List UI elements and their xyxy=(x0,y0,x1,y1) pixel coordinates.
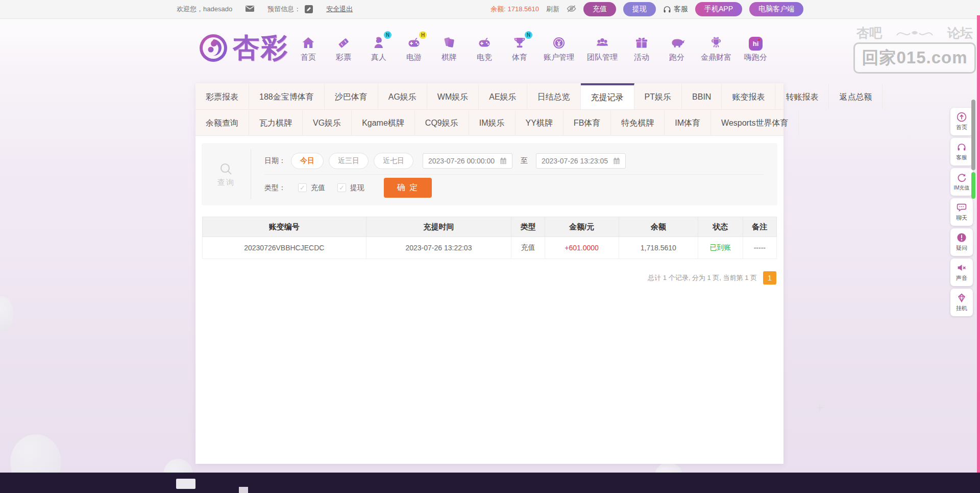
nav-item-jinding-wealth[interactable]: 金鼎财富 xyxy=(701,34,731,62)
nav-item-board-games[interactable]: 棋牌 xyxy=(438,34,460,62)
date-preset-3days[interactable]: 近三日 xyxy=(329,153,369,169)
cell-remark: ----- xyxy=(743,237,776,259)
sidebar-item-im-recharge[interactable]: IM充值 xyxy=(950,168,973,196)
type-deposit-option[interactable]: ✓ 充值 xyxy=(298,183,325,193)
nav-item-egames[interactable]: H 电游 xyxy=(403,34,425,62)
team-people-icon xyxy=(595,35,610,51)
main-content-card: 彩票报表 188金宝博体育 沙巴体育 AG娱乐 WM娱乐 AE娱乐 日结总览 充… xyxy=(195,83,783,464)
nav-label: 真人 xyxy=(371,53,386,62)
reserved-info-label: 预留信息： xyxy=(267,5,301,14)
deposit-checkbox[interactable]: ✓ xyxy=(298,183,307,192)
arrow-up-circle-icon xyxy=(957,112,967,122)
refresh-link[interactable]: 刷新 xyxy=(546,5,559,14)
tab-item[interactable]: 沙巴体育 xyxy=(325,83,378,109)
deposit-button[interactable]: 充值 xyxy=(583,2,616,16)
tab-item[interactable]: BBIN xyxy=(682,83,722,109)
page-button-1[interactable]: 1 xyxy=(763,271,776,285)
tab-item[interactable]: 余额查询 xyxy=(195,110,249,135)
tab-item[interactable]: 彩票报表 xyxy=(195,83,249,109)
nav-item-team[interactable]: 团队管理 xyxy=(587,34,618,62)
nav-label: 活动 xyxy=(634,53,649,62)
tab-item[interactable]: 188金宝博体育 xyxy=(249,83,325,109)
badge-n: N xyxy=(525,31,532,39)
nav-label: 嗨跑分 xyxy=(744,53,767,62)
nav-item-account[interactable]: 账户管理 xyxy=(544,34,574,62)
nav-item-hi-paofen[interactable]: hi 嗨跑分 xyxy=(744,34,767,62)
withdraw-checkbox[interactable]: ✓ xyxy=(337,183,346,192)
nav-item-live-casino[interactable]: N 真人 xyxy=(368,34,390,62)
ticket-icon xyxy=(336,35,351,51)
cell-amount: +601.0000 xyxy=(545,237,619,259)
tab-item[interactable]: 特免棋牌 xyxy=(611,110,665,135)
date-preset-7days[interactable]: 近七日 xyxy=(374,153,413,169)
footer-partial-element xyxy=(239,487,248,493)
date-label: 日期： xyxy=(264,156,286,166)
scrollbar-thumb[interactable] xyxy=(971,100,975,170)
logout-link[interactable]: 安全退出 xyxy=(326,5,353,14)
tab-item[interactable]: AE娱乐 xyxy=(479,83,527,109)
nav-label: 体育 xyxy=(512,53,527,62)
cards-icon xyxy=(442,35,457,51)
report-tabs-row1: 彩票报表 188金宝博体育 沙巴体育 AG娱乐 WM娱乐 AE娱乐 日结总览 充… xyxy=(195,83,783,110)
records-table: 账变编号 充提时间 类型 金额/元 余额 状态 备注 20230726VBBHC… xyxy=(202,217,777,259)
flourish-icon xyxy=(896,27,934,40)
tab-item-active[interactable]: 充提记录 xyxy=(581,83,634,109)
sidebar-item-chat[interactable]: 聊天 xyxy=(950,198,973,226)
tab-item[interactable]: VG娱乐 xyxy=(303,110,352,135)
mail-icon[interactable] xyxy=(246,6,254,13)
site-logo[interactable]: 杏彩 xyxy=(198,30,289,66)
tab-item[interactable]: 日结总览 xyxy=(527,83,581,109)
nav-item-esports[interactable]: 电竞 xyxy=(473,34,496,62)
pc-client-button[interactable]: 电脑客户端 xyxy=(749,2,803,16)
tab-item[interactable]: 返点总额 xyxy=(829,83,883,109)
nav-item-home[interactable]: 首页 xyxy=(297,34,320,62)
diamond-icon xyxy=(957,293,967,303)
col-header-type: 类型 xyxy=(511,217,545,237)
sidebar-item-service[interactable]: 客服 xyxy=(950,138,973,166)
watermark-left-text: 杏吧 xyxy=(856,25,882,41)
nav-item-paofen[interactable]: 跑分 xyxy=(666,34,688,62)
balance-value: 1718.5610 xyxy=(508,5,539,13)
date-to-input[interactable]: 2023-07-26 13:23:05 xyxy=(536,153,626,169)
tab-item[interactable]: 转账报表 xyxy=(775,83,829,109)
query-panel: 查询 日期： 今日 近三日 近七日 2023-07-26 00:00:00 至 … xyxy=(202,143,777,205)
tab-item[interactable]: Kgame棋牌 xyxy=(352,110,415,135)
tab-item[interactable]: AG娱乐 xyxy=(378,83,427,109)
tab-item[interactable]: Wesports世界体育 xyxy=(711,110,799,135)
sidebar-item-label: 声音 xyxy=(956,274,967,282)
nav-item-activity[interactable]: 活动 xyxy=(630,34,653,62)
table-header-row: 账变编号 充提时间 类型 金额/元 余额 状态 备注 xyxy=(203,217,777,237)
tab-item[interactable]: CQ9娱乐 xyxy=(415,110,469,135)
nav-label: 金鼎财富 xyxy=(701,53,731,62)
ding-cauldron-icon xyxy=(708,35,724,51)
withdraw-button[interactable]: 提现 xyxy=(623,2,656,16)
nav-item-lottery[interactable]: 彩票 xyxy=(332,34,355,62)
col-header-status: 状态 xyxy=(698,217,743,237)
customer-service-link[interactable]: 客服 xyxy=(663,5,688,14)
tab-item[interactable]: IM体育 xyxy=(665,110,711,135)
tab-item[interactable]: IM娱乐 xyxy=(469,110,516,135)
nav-item-sports[interactable]: N 体育 xyxy=(508,34,531,62)
type-withdraw-option[interactable]: ✓ 提现 xyxy=(337,183,364,193)
sidebar-item-hangup[interactable]: 挂机 xyxy=(950,289,973,316)
refresh-icon xyxy=(957,173,967,183)
confirm-button[interactable]: 确 定 xyxy=(384,178,432,198)
date-preset-today[interactable]: 今日 xyxy=(291,153,324,169)
sidebar-item-home[interactable]: 首页 xyxy=(950,108,973,135)
date-from-input[interactable]: 2023-07-26 00:00:00 xyxy=(423,153,512,169)
sidebar-item-question[interactable]: 疑问 xyxy=(950,228,973,256)
mobile-app-button[interactable]: 手机APP xyxy=(695,2,742,16)
tab-item[interactable]: YY棋牌 xyxy=(516,110,564,135)
tab-item[interactable]: 账变报表 xyxy=(722,83,775,109)
tab-item[interactable]: FB体育 xyxy=(564,110,611,135)
tab-item[interactable]: 瓦力棋牌 xyxy=(249,110,303,135)
balloon-decoration xyxy=(0,296,13,332)
eye-slash-icon[interactable] xyxy=(567,5,576,14)
logo-text: 杏彩 xyxy=(233,30,289,66)
query-label: 查询 xyxy=(217,178,235,187)
edit-pencil-icon[interactable] xyxy=(305,5,313,13)
tab-item[interactable]: WM娱乐 xyxy=(427,83,479,109)
col-header-remark: 备注 xyxy=(743,217,776,237)
sidebar-item-sound[interactable]: 声音 xyxy=(950,259,973,286)
tab-item[interactable]: PT娱乐 xyxy=(634,83,682,109)
